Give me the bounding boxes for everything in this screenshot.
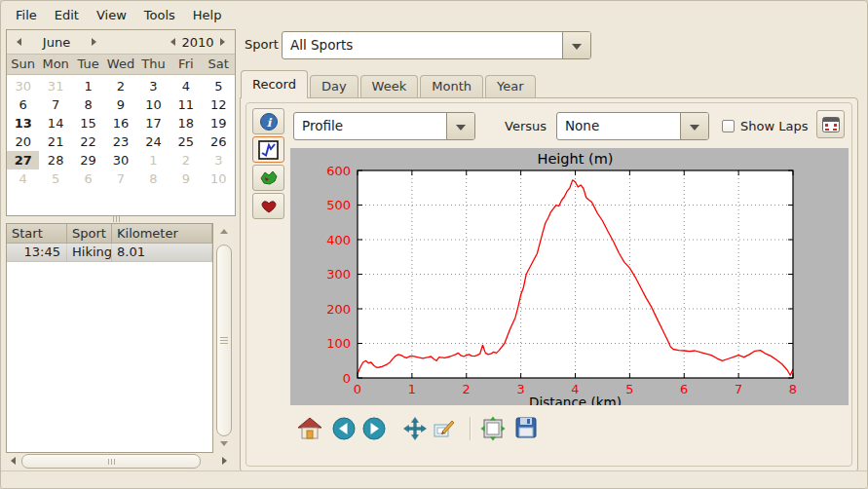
menu-help[interactable]: Help bbox=[184, 3, 231, 27]
calendar-day-cell[interactable]: 2 bbox=[170, 151, 202, 169]
calendar-day-cell[interactable]: 3 bbox=[137, 77, 170, 95]
calendar-day-cell[interactable]: 16 bbox=[104, 114, 136, 132]
heart-rate-tool-button[interactable] bbox=[252, 193, 284, 219]
calendar-day-cell[interactable]: 10 bbox=[203, 169, 235, 188]
column-header-sport[interactable]: Sport bbox=[67, 224, 112, 243]
home-button[interactable] bbox=[297, 416, 322, 441]
next-year-icon[interactable] bbox=[220, 38, 225, 46]
versus-dropdown-button[interactable] bbox=[680, 113, 708, 139]
menu-tools[interactable]: Tools bbox=[135, 3, 184, 27]
graph-tool-button[interactable] bbox=[252, 136, 284, 163]
calendar-day-cell[interactable]: 7 bbox=[104, 169, 136, 188]
tab-record[interactable]: Record bbox=[241, 70, 308, 98]
records-vertical-scrollbar[interactable] bbox=[215, 223, 232, 451]
calendar-day-cell[interactable]: 6 bbox=[72, 169, 104, 188]
prev-month-icon[interactable] bbox=[17, 38, 21, 46]
calendar-day-cell[interactable]: 26 bbox=[203, 132, 235, 151]
calendar-day-cell[interactable]: 9 bbox=[104, 95, 136, 114]
elevation-profile-chart[interactable]: 0123456780100200300400500600Height (m)Di… bbox=[290, 148, 849, 405]
calendar-day-cell[interactable]: 2 bbox=[104, 77, 136, 95]
calendar-day-cell[interactable]: 7 bbox=[39, 95, 71, 114]
calendar-day-cell[interactable]: 22 bbox=[72, 132, 104, 151]
calendar-day-cell[interactable]: 14 bbox=[39, 114, 71, 132]
prev-year-icon[interactable] bbox=[170, 38, 175, 46]
laps-window-button[interactable] bbox=[816, 110, 845, 138]
sport-combo-dropdown-button[interactable] bbox=[562, 32, 590, 58]
scroll-left-button[interactable] bbox=[6, 453, 20, 468]
back-button[interactable] bbox=[331, 416, 357, 441]
arrow-up-icon bbox=[220, 229, 228, 234]
calendar-day-cell[interactable]: 18 bbox=[170, 114, 202, 132]
calendar-day-cell[interactable]: 12 bbox=[203, 95, 235, 114]
calendar-day-cell[interactable]: 4 bbox=[170, 77, 202, 95]
calendar-day-cell[interactable]: 31 bbox=[39, 77, 71, 95]
pan-button[interactable] bbox=[402, 416, 428, 441]
forward-icon bbox=[361, 416, 387, 441]
cell-start: 13:45 bbox=[7, 244, 67, 261]
column-header-start[interactable]: Start bbox=[7, 224, 67, 243]
versus-combobox[interactable]: None bbox=[556, 112, 709, 140]
table-row[interactable]: 13:45Hiking8.01 bbox=[7, 244, 212, 262]
plot-area bbox=[358, 170, 793, 378]
calendar-day-cell[interactable]: 5 bbox=[203, 77, 235, 95]
calendar-day-cell[interactable]: 4 bbox=[7, 169, 39, 188]
calendar-day-cell[interactable]: 5 bbox=[39, 169, 71, 188]
next-month-icon[interactable] bbox=[92, 38, 96, 46]
map-tool-button[interactable] bbox=[252, 165, 284, 191]
column-header-kilometer[interactable]: Kilometer bbox=[112, 224, 212, 243]
menu-file[interactable]: File bbox=[7, 3, 46, 27]
calendar-day-cell[interactable]: 24 bbox=[137, 132, 170, 151]
calendar-day-cell[interactable]: 30 bbox=[104, 151, 136, 169]
pane-resize-grip[interactable] bbox=[106, 216, 126, 222]
calendar-day-cell[interactable]: 6 bbox=[7, 95, 39, 114]
chart-figure[interactable]: 0123456780100200300400500600Height (m)Di… bbox=[290, 148, 849, 405]
scroll-down-button[interactable] bbox=[215, 435, 232, 451]
y-tick-label: 100 bbox=[326, 336, 351, 351]
calendar-day-cell[interactable]: 13 bbox=[7, 114, 39, 132]
calendar-day-cell[interactable]: 30 bbox=[7, 77, 39, 95]
tab-month[interactable]: Month bbox=[420, 75, 483, 98]
graph-type-dropdown-button[interactable] bbox=[446, 113, 474, 139]
calendar-day-cell[interactable]: 9 bbox=[170, 169, 202, 188]
scroll-right-button[interactable] bbox=[217, 453, 232, 468]
calendar-day-cell[interactable]: 21 bbox=[39, 132, 71, 151]
x-tick-label: 3 bbox=[516, 382, 524, 396]
calendar-day-cell[interactable]: 11 bbox=[170, 95, 202, 114]
scroll-up-button[interactable] bbox=[215, 223, 232, 239]
save-icon bbox=[514, 416, 538, 439]
calendar-day-cell[interactable]: 1 bbox=[137, 151, 170, 169]
records-horizontal-scrollbar[interactable] bbox=[6, 453, 232, 468]
horizontal-scrollbar-thumb[interactable] bbox=[21, 454, 201, 469]
calendar-day-cell[interactable]: 8 bbox=[72, 95, 104, 114]
vertical-scrollbar-thumb[interactable] bbox=[216, 244, 232, 436]
info-tool-button[interactable]: i bbox=[252, 108, 284, 134]
calendar-day-cell[interactable]: 8 bbox=[137, 169, 170, 188]
calendar-day-cell[interactable]: 29 bbox=[72, 151, 104, 169]
calendar-day-cell[interactable]: 27 bbox=[7, 151, 39, 169]
tab-year[interactable]: Year bbox=[485, 75, 536, 98]
calendar-day-cell[interactable]: 3 bbox=[203, 151, 235, 169]
save-button[interactable] bbox=[514, 416, 540, 441]
menu-edit[interactable]: Edit bbox=[46, 3, 88, 27]
forward-button[interactable] bbox=[361, 416, 387, 441]
calendar-day-cell[interactable]: 20 bbox=[7, 132, 39, 151]
calendar-day-cell[interactable]: 15 bbox=[72, 114, 104, 132]
calendar-day-cell[interactable]: 28 bbox=[39, 151, 71, 169]
x-tick-label: 2 bbox=[463, 382, 471, 396]
calendar-day-cell[interactable]: 19 bbox=[203, 114, 235, 132]
calendar-day-cell[interactable]: 1 bbox=[72, 77, 104, 95]
calendar-day-cell[interactable]: 25 bbox=[170, 132, 202, 151]
calendar-day-cell[interactable]: 23 bbox=[104, 132, 136, 151]
info-icon: i bbox=[259, 112, 279, 132]
calendar-day-cell[interactable]: 17 bbox=[137, 114, 170, 132]
menu-view[interactable]: View bbox=[88, 3, 135, 27]
tab-day[interactable]: Day bbox=[310, 75, 359, 98]
calendar-day-cell[interactable]: 10 bbox=[137, 95, 170, 114]
show-laps-checkbox[interactable] bbox=[722, 120, 735, 132]
configure-subplots-icon bbox=[480, 416, 506, 441]
zoom-rect-button[interactable] bbox=[432, 416, 457, 441]
tab-week[interactable]: Week bbox=[360, 75, 419, 98]
configure-subplots-button[interactable] bbox=[480, 416, 506, 441]
sport-filter-combobox[interactable]: All Sports bbox=[282, 31, 591, 59]
graph-type-combobox[interactable]: Profile bbox=[293, 112, 475, 140]
